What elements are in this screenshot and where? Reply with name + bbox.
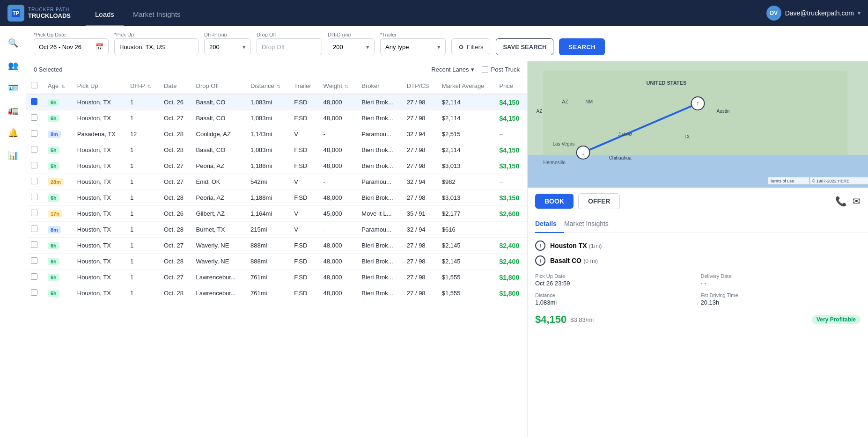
price-cell: -- (499, 178, 503, 185)
table-row[interactable]: 6h Houston, TX 1 Oct. 27 Waverly, NE 888… (26, 238, 527, 254)
pickup-date-input[interactable]: Oct 26 - Nov 26 📅 (34, 38, 109, 55)
chevron-down-icon[interactable]: ▾ (858, 10, 861, 16)
sidebar-item-chart[interactable]: 📊 (4, 146, 22, 165)
row-checkbox[interactable] (31, 114, 37, 121)
calendar-icon: 📅 (96, 43, 103, 51)
sort-icon: ⇅ (61, 84, 65, 89)
map-area: ↑ ↓ UNITED STATES Las Vegas Juárez Hermo… (528, 61, 868, 188)
offer-button[interactable]: OFFER (578, 193, 620, 209)
user-email: Dave@truckerpath.com (785, 9, 854, 17)
sidebar-item-users[interactable]: 👥 (4, 56, 22, 75)
trailer-cell: V (289, 126, 318, 142)
row-checkbox[interactable] (31, 289, 37, 296)
dropoff-cell: Peoria, AZ (191, 158, 246, 174)
price-column-cell: $2,400 (494, 238, 527, 254)
phone-icon[interactable]: 📞 (835, 196, 847, 207)
pickup-cell: Houston, TX (73, 142, 125, 158)
distance-cell: 1,164mi (246, 206, 289, 222)
age-header[interactable]: Age ⇅ (43, 78, 73, 94)
broker-header[interactable]: Broker (357, 78, 402, 94)
row-checkbox[interactable] (31, 273, 37, 280)
pickup-header[interactable]: Pick Up (73, 78, 125, 94)
sidebar-item-search[interactable]: 🔍 (4, 34, 22, 52)
post-truck-label: Post Truck (491, 66, 520, 73)
tab-details[interactable]: Details (535, 215, 564, 233)
weight-cell: 48,000 (319, 142, 357, 158)
weight-header[interactable]: Weight ⇅ (319, 78, 357, 94)
table-row[interactable]: 6h Houston, TX 1 Oct. 27 Peoria, AZ 1,18… (26, 158, 527, 174)
row-checkbox[interactable] (31, 226, 37, 232)
table-row[interactable]: 6h Houston, TX 1 Oct. 28 Waverly, NE 888… (26, 254, 527, 269)
pickup-input[interactable]: Houston, TX, US (114, 38, 199, 55)
trailer-header[interactable]: Trailer (289, 78, 318, 94)
price-header[interactable]: Price (494, 78, 527, 94)
sidebar-item-id[interactable]: 🪪 (4, 79, 22, 97)
distance-header[interactable]: Distance ⇅ (246, 78, 289, 94)
recent-lanes-button[interactable]: Recent Lanes ▾ (431, 66, 474, 73)
table-row[interactable]: 28m Houston, TX 1 Oct. 27 Enid, OK 542mi… (26, 174, 527, 190)
tab-market-insights[interactable]: Market Insights (564, 215, 616, 233)
post-truck-checkbox[interactable] (482, 66, 488, 73)
row-checkbox[interactable] (31, 241, 37, 248)
save-search-button[interactable]: SAVE SEARCH (496, 38, 553, 55)
table-row[interactable]: 6h Houston, TX 1 Oct. 28 Basalt, CO 1,08… (26, 142, 527, 158)
table-row[interactable]: 6h Houston, TX 1 Oct. 28 Peoria, AZ 1,18… (26, 190, 527, 206)
sidebar-item-bell[interactable]: 🔔 (4, 124, 22, 142)
dropoff-cell: Basalt, CO (191, 94, 246, 110)
table-row[interactable]: 6h Houston, TX 1 Oct. 26 Basalt, CO 1,08… (26, 94, 527, 110)
date-header[interactable]: Date (159, 78, 191, 94)
dhp-input[interactable]: 200 ▾ (204, 38, 251, 55)
nav-loads[interactable]: Loads (86, 10, 124, 26)
filters-button[interactable]: ⚙ Filters (451, 38, 490, 55)
table-row[interactable]: 6h Houston, TX 1 Oct. 27 Lawrencebur... … (26, 269, 527, 285)
trailer-input[interactable]: Any type ▾ (380, 38, 446, 55)
row-checkbox[interactable] (31, 194, 37, 200)
market-avg-header[interactable]: Market Average (437, 78, 495, 94)
price-bottom: $4,150 $3.83/mi Very Profitable (535, 313, 861, 326)
row-checkbox[interactable] (31, 146, 37, 153)
post-truck-area[interactable]: Post Truck (482, 66, 520, 73)
table-row[interactable]: 6h Houston, TX 1 Oct. 27 Basalt, CO 1,08… (26, 110, 527, 126)
logo-title: TRUCKLOADS (28, 12, 71, 20)
dropoff-input[interactable]: Drop Off (257, 38, 322, 55)
dropoff-cell: Waverly, NE (191, 254, 246, 269)
main-nav: Loads Market Insights (86, 0, 190, 26)
dhp-header[interactable]: DH-P ⇅ (125, 78, 159, 94)
recent-lanes-area: Recent Lanes ▾ Post Truck (431, 66, 520, 73)
price-cell: $2,400 (499, 242, 519, 249)
dhp-value: 200 (209, 44, 220, 51)
dhd-input[interactable]: 200 ▾ (328, 38, 375, 55)
date-cell: Oct. 27 (159, 158, 191, 174)
row-checkbox[interactable] (31, 98, 37, 105)
dhd-field: DH-D (mi) 200 ▾ (328, 32, 375, 55)
dropoff-header[interactable]: Drop Off (191, 78, 246, 94)
pickup-icon: ↑ (535, 240, 545, 251)
row-checkbox[interactable] (31, 162, 37, 168)
nav-market-insights[interactable]: Market Insights (124, 10, 190, 26)
sidebar-item-truck[interactable]: 🚛 (4, 101, 22, 120)
table-row[interactable]: 8m Houston, TX 1 Oct. 28 Burnet, TX 215m… (26, 222, 527, 238)
table-row[interactable]: 8m Pasadena, TX 12 Oct. 28 Coolidge, AZ … (26, 126, 527, 142)
broker-cell: Bieri Brok... (357, 110, 402, 126)
book-button[interactable]: BOOK (535, 194, 574, 209)
sort-icon: ⇅ (345, 84, 348, 89)
dtpcs-header[interactable]: DTP/CS (402, 78, 437, 94)
table-row[interactable]: 17h Houston, TX 1 Oct. 26 Gilbert, AZ 1,… (26, 206, 527, 222)
select-all-checkbox[interactable] (31, 82, 37, 88)
dhp-cell: 12 (125, 126, 159, 142)
email-icon[interactable]: ✉ (853, 196, 861, 207)
table-row[interactable]: 6h Houston, TX 1 Oct. 28 Lawrencebur... … (26, 285, 527, 301)
row-checkbox[interactable] (31, 178, 37, 184)
profitable-badge: Very Profitable (812, 315, 861, 324)
trailer-cell: V (289, 222, 318, 238)
search-button[interactable]: SEARCH (559, 38, 605, 55)
row-checkbox[interactable] (31, 257, 37, 264)
pickup-cell: Houston, TX (73, 174, 125, 190)
trailer-cell: F,SD (289, 285, 318, 301)
row-checkbox[interactable] (31, 210, 37, 216)
row-checkbox-cell (26, 110, 43, 126)
select-all-header (26, 78, 43, 94)
svg-text:© 1987-2022 HERE: © 1987-2022 HERE (812, 179, 850, 183)
dropoff-cell: Burnet, TX (191, 222, 246, 238)
row-checkbox[interactable] (31, 130, 37, 137)
